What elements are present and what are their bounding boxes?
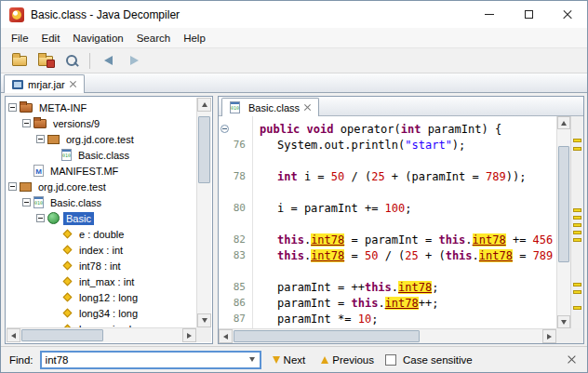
tab-close-icon[interactable]: [304, 104, 311, 111]
scroll-left-button[interactable]: [7, 328, 20, 342]
tree-indent: [7, 123, 20, 124]
minimize-button[interactable]: [470, 1, 509, 28]
search-match-marker[interactable]: [573, 238, 581, 242]
arrow-down-icon: [561, 320, 567, 325]
back-button[interactable]: [97, 50, 120, 71]
close-button[interactable]: [548, 1, 587, 28]
scrollbar-thumb[interactable]: [558, 146, 569, 262]
tree-item-int78-int[interactable]: int78 : int: [7, 258, 196, 273]
code-line: [219, 184, 556, 200]
menu-help[interactable]: Help: [177, 30, 212, 47]
tree-item-versions-9[interactable]: versions/9: [7, 115, 196, 131]
token-pl: paramInt =: [277, 297, 351, 310]
tree-item-manifest-mf[interactable]: MANIFEST.MF: [7, 163, 196, 179]
code-lines[interactable]: public void operator(int paramInt) {76Sy…: [219, 116, 556, 328]
scroll-left-button[interactable]: [219, 329, 233, 343]
find-close-button[interactable]: [564, 353, 579, 367]
tab-close-icon[interactable]: [70, 81, 76, 87]
find-bar: Find: Next Previous Case sensitive: [1, 346, 587, 372]
collapse-icon[interactable]: [36, 135, 45, 143]
field-link-highlighted[interactable]: int78: [473, 233, 506, 246]
tree-item-long34-long[interactable]: long34 : long: [7, 305, 196, 321]
tree-item-int-max-int[interactable]: int_max : int: [7, 273, 196, 289]
tree-item-index-int[interactable]: index : int: [7, 242, 196, 258]
tab-basic-class[interactable]: Basic.class: [221, 98, 319, 116]
fold-collapse-icon[interactable]: [220, 125, 229, 133]
scrollbar-thumb[interactable]: [21, 329, 103, 341]
scroll-right-button[interactable]: [182, 328, 196, 342]
tree-item-org-jd-core-test[interactable]: org.jd.core.test: [7, 131, 196, 147]
menu-file[interactable]: File: [5, 30, 35, 47]
search-match-marker[interactable]: [573, 231, 581, 234]
tab-mrjar-jar[interactable]: mrjar.jar: [4, 74, 85, 93]
token-pl: ));: [506, 170, 527, 183]
field-link-highlighted[interactable]: int78: [311, 233, 344, 246]
token-pl: + (: [419, 249, 446, 262]
menu-edit[interactable]: Edit: [35, 30, 67, 47]
tree-item-label: Basic.class: [47, 196, 104, 209]
scroll-up-button[interactable]: [557, 116, 570, 129]
tree-item-meta-inf[interactable]: META-INF: [7, 100, 196, 115]
token-kw: this: [446, 249, 473, 262]
open-jar-button[interactable]: [33, 50, 57, 71]
search-button[interactable]: [60, 50, 83, 71]
collapse-icon[interactable]: [8, 103, 17, 112]
scroll-down-button[interactable]: [557, 315, 570, 328]
maximize-button[interactable]: [509, 1, 548, 28]
editor-horizontal-scrollbar[interactable]: [219, 328, 556, 343]
collapse-icon[interactable]: [8, 182, 17, 191]
find-input[interactable]: [40, 351, 261, 369]
tree-item-label: Basic: [63, 212, 94, 225]
scroll-right-button[interactable]: [542, 329, 556, 343]
find-previous-button[interactable]: Previous: [316, 352, 379, 368]
collapse-icon[interactable]: [22, 119, 31, 127]
search-match-marker[interactable]: [573, 290, 581, 294]
tree-item-basic-class[interactable]: Basic.class: [7, 194, 196, 210]
fold-column: [219, 125, 231, 133]
tree-horizontal-scrollbar[interactable]: [7, 327, 196, 342]
tree-item-long12-long[interactable]: long12 : long: [7, 289, 196, 305]
search-match-marker[interactable]: [573, 147, 581, 151]
case-sensitive-checkbox[interactable]: [385, 354, 396, 366]
search-match-marker[interactable]: [573, 208, 581, 212]
scroll-up-button[interactable]: [197, 98, 211, 112]
field-link-highlighted[interactable]: int78: [385, 297, 419, 310]
search-match-marker[interactable]: [573, 216, 581, 220]
search-match-marker[interactable]: [573, 223, 581, 227]
scroll-down-button[interactable]: [197, 313, 211, 327]
search-match-marker[interactable]: [573, 306, 581, 310]
close-icon: [563, 10, 572, 20]
code-text: i = paramInt += 100;: [249, 202, 412, 215]
collapse-icon[interactable]: [36, 214, 45, 222]
scrollbar-thumb[interactable]: [198, 116, 210, 183]
token-num: 50: [365, 249, 378, 262]
tree-item-basic[interactable]: Basic: [7, 210, 196, 226]
token-pl: ;: [432, 281, 438, 294]
search-match-marker[interactable]: [573, 283, 581, 286]
tree-item-e-double[interactable]: e : double: [7, 226, 196, 242]
scrollbar-thumb[interactable]: [234, 330, 420, 342]
tree-indent: [7, 170, 20, 171]
tree-item-org-jd-core-test[interactable]: org.jd.core.test: [7, 179, 196, 194]
search-match-marker[interactable]: [573, 139, 581, 142]
token-pl: i = paramInt +=: [277, 202, 385, 215]
field-link-highlighted[interactable]: int78: [479, 249, 513, 262]
menu-navigation[interactable]: Navigation: [66, 30, 129, 47]
collapse-icon[interactable]: [22, 198, 31, 206]
forward-button[interactable]: [123, 50, 146, 71]
field-link-highlighted[interactable]: int78: [311, 249, 344, 262]
tree-item-long-min-long[interactable]: long_min : long: [7, 321, 196, 327]
combo-dropdown-button[interactable]: [246, 353, 259, 366]
tree-item-basic-class[interactable]: Basic.class: [7, 147, 196, 163]
tree-indent: [7, 139, 34, 140]
code-text: int i = 50 / (25 + (paramInt = 789));: [249, 170, 526, 183]
open-file-button[interactable]: [7, 50, 31, 71]
find-next-button[interactable]: Next: [268, 352, 311, 368]
tree-vertical-scrollbar[interactable]: [196, 98, 211, 327]
menu-search[interactable]: Search: [130, 30, 177, 47]
code-text: paramInt = ++this.int78;: [249, 281, 438, 294]
menu-bar: FileEditNavigationSearchHelp: [1, 28, 587, 48]
field-link-highlighted[interactable]: int78: [398, 281, 432, 294]
editor-vertical-scrollbar[interactable]: [556, 116, 570, 328]
line-number: 78: [231, 170, 249, 182]
